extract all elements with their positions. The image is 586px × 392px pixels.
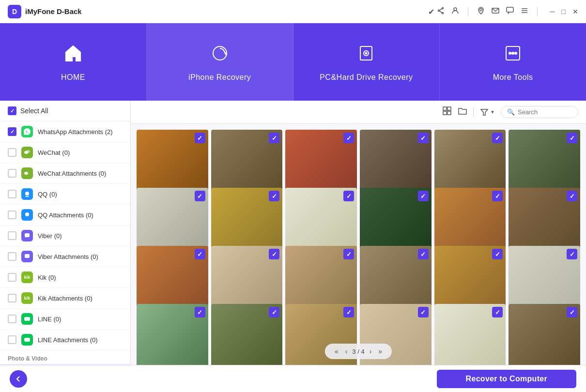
photo-check-5[interactable]: ✓ [492,133,503,143]
nav-pc-recovery[interactable]: PC&Hard Drive Recovery [293,23,440,101]
svg-rect-33 [447,111,451,115]
select-all-checkbox[interactable] [8,106,16,115]
nav-home[interactable]: HOME [0,23,147,101]
sidebar-label-line-attachments: LINE Attachments (0) [38,336,123,344]
sidebar-cb-line-attachments[interactable] [8,335,16,344]
photo-check-10[interactable]: ✓ [418,191,429,201]
svg-rect-32 [443,111,447,115]
sidebar-cb-viber-attachments[interactable] [8,252,16,261]
svg-rect-28 [24,338,30,342]
photo-check-24[interactable]: ✓ [567,307,577,317]
location-icon[interactable] [477,7,485,16]
photo-check-19[interactable]: ✓ [195,307,205,317]
nav-more-tools-label: More Tools [493,73,533,82]
sidebar-item-qq[interactable]: QQ (0) [0,184,130,205]
photo-check-9[interactable]: ✓ [343,191,354,201]
close-button[interactable]: ✕ [572,8,578,15]
grid-view-icon[interactable] [442,106,452,118]
svg-point-17 [509,52,511,54]
sidebar-cb-whatsapp[interactable] [8,127,16,136]
photo-check-16[interactable]: ✓ [418,249,429,259]
sidebar-item-wechat-attachments[interactable]: WeChat Attachments (0) [0,163,130,184]
first-page-button[interactable]: « [333,347,340,356]
sidebar-cb-kik[interactable] [8,273,16,282]
title-bar: D iMyFone D-Back ✔︎ ─ □ ✕ [0,0,586,23]
sidebar-item-kik-attachments[interactable]: kik Kik Attachments (0) [0,288,130,309]
sidebar-cb-qq-attachments[interactable] [8,211,16,219]
photo-check-14[interactable]: ✓ [269,249,279,259]
sidebar-item-photos[interactable]: Photos (83) [0,364,130,365]
line-icon [21,313,33,325]
section-photo-video: Photo & Video [0,350,130,364]
sidebar: Select All WhatsApp Attachments (2) WeCh… [0,101,131,365]
search-box[interactable]: 🔍 [501,106,578,118]
sidebar-cb-viber[interactable] [8,231,16,240]
photo-check-11[interactable]: ✓ [492,191,503,201]
sidebar-item-qq-attachments[interactable]: QQ Attachments (0) [0,205,130,226]
photo-check-22[interactable]: ✓ [418,307,429,317]
sidebar-item-line-attachments[interactable]: LINE Attachments (0) [0,330,130,350]
sidebar-item-viber[interactable]: Viber (0) [0,226,130,246]
photo-check-7[interactable]: ✓ [195,191,205,201]
sidebar-label-line: LINE (0) [38,316,123,323]
sidebar-cb-kik-attachments[interactable] [8,294,16,302]
folder-view-icon[interactable] [458,106,467,118]
nav-pc-recovery-label: PC&Hard Drive Recovery [320,73,413,82]
photo-check-3[interactable]: ✓ [343,133,354,143]
sidebar-cb-qq[interactable] [8,190,16,198]
prev-page-button[interactable]: ‹ [343,347,350,356]
minimize-button[interactable]: ─ [550,8,555,15]
photo-check-15[interactable]: ✓ [343,249,354,259]
search-input[interactable] [518,108,576,116]
home-icon [62,43,84,68]
photo-check-13[interactable]: ✓ [195,249,205,259]
sidebar-item-wechat[interactable]: WeChat (0) [0,142,130,163]
nav-more-tools[interactable]: More Tools [440,23,586,101]
photo-check-18[interactable]: ✓ [567,249,577,259]
share-icon[interactable]: ✔︎ [428,7,444,16]
sidebar-cb-line[interactable] [8,315,16,323]
chat-icon[interactable] [506,7,514,16]
maximize-button[interactable]: □ [562,8,566,15]
photo-item-20[interactable]: ✓ [211,304,283,365]
photo-check-4[interactable]: ✓ [418,133,429,143]
nav-iphone-recovery[interactable]: iPhone Recovery [147,23,293,101]
photo-check-21[interactable]: ✓ [343,307,354,317]
photo-item-23[interactable]: ✓ [434,304,506,365]
menu-icon[interactable] [521,7,528,16]
sidebar-cb-wechat-attachments[interactable] [8,169,16,178]
photo-item-24[interactable]: ✓ [509,304,580,365]
sidebar-item-line[interactable]: LINE (0) [0,309,130,330]
next-page-button[interactable]: › [368,347,374,356]
photo-check-6[interactable]: ✓ [567,133,577,143]
line-attachments-icon [21,334,33,346]
sidebar-cb-wechat[interactable] [8,148,16,157]
qq-attachments-icon [21,209,33,221]
photo-item-19[interactable]: ✓ [137,304,208,365]
svg-point-22 [24,172,28,175]
photo-check-1[interactable]: ✓ [195,133,205,143]
title-bar-left: D iMyFone D-Back [8,5,82,18]
back-button[interactable] [10,370,27,388]
sidebar-label-viber: Viber (0) [38,232,123,240]
photo-check-17[interactable]: ✓ [492,249,503,259]
bottom-bar: Recover to Computer [0,365,586,392]
last-page-button[interactable]: » [376,347,384,356]
sidebar-label-whatsapp-attachments: WhatsApp Attachments (2) [38,128,123,136]
photo-check-23[interactable]: ✓ [492,307,503,317]
filter-icon[interactable]: ▼ [479,107,495,117]
photo-check-20[interactable]: ✓ [269,307,279,317]
sidebar-item-viber-attachments[interactable]: Viber Attachments (0) [0,246,130,267]
sidebar-item-kik[interactable]: kik Kik (0) [0,267,130,288]
recover-button[interactable]: Recover to Computer [437,370,576,388]
user-icon[interactable] [451,7,459,16]
sidebar-label-kik-attachments: Kik Attachments (0) [38,295,123,302]
photo-check-8[interactable]: ✓ [269,191,279,201]
select-all-row[interactable]: Select All [0,101,130,121]
more-tools-icon [502,43,524,68]
photo-check-12[interactable]: ✓ [567,191,577,201]
mail-icon[interactable] [492,7,499,16]
photo-check-2[interactable]: ✓ [269,133,279,143]
sidebar-label-wechat-attachments: WeChat Attachments (0) [38,170,123,177]
sidebar-item-whatsapp-attachments[interactable]: WhatsApp Attachments (2) [0,121,130,142]
